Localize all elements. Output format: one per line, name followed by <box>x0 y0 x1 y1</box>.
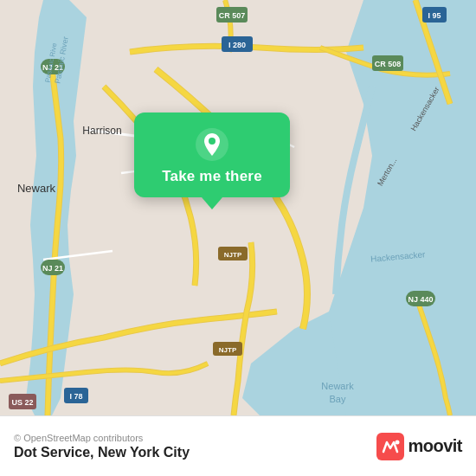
svg-text:Bay: Bay <box>330 394 346 404</box>
location-pin-icon <box>196 128 228 161</box>
bottom-bar: © OpenStreetMap contributors Dot Service… <box>0 415 476 476</box>
map-background: I 280 CR 507 CR 508 I 95 NJ 21 NJ 21 I 7… <box>0 0 476 415</box>
svg-text:I 95: I 95 <box>428 11 441 20</box>
moovit-label: moovit <box>408 436 462 456</box>
svg-text:Newark: Newark <box>321 381 354 391</box>
svg-text:CR 508: CR 508 <box>375 60 402 68</box>
map-container[interactable]: I 280 CR 507 CR 508 I 95 NJ 21 NJ 21 I 7… <box>0 0 476 415</box>
svg-point-36 <box>209 138 215 145</box>
attribution-text: © OpenStreetMap contributors <box>14 433 190 443</box>
svg-text:I 78: I 78 <box>69 392 82 401</box>
svg-text:US 22: US 22 <box>11 398 33 407</box>
popup-label: Take me there <box>162 168 262 185</box>
bottom-info: © OpenStreetMap contributors Dot Service… <box>14 433 190 460</box>
svg-text:CR 507: CR 507 <box>219 11 246 20</box>
svg-text:I 280: I 280 <box>228 41 246 49</box>
svg-text:Newark: Newark <box>17 182 56 195</box>
map-popup[interactable]: Take me there <box>134 113 290 197</box>
svg-point-38 <box>396 440 400 444</box>
svg-text:NJ 440: NJ 440 <box>408 295 433 304</box>
svg-text:NJTP: NJTP <box>224 251 242 259</box>
svg-text:Harrison: Harrison <box>82 125 121 137</box>
moovit-logo: moovit <box>376 433 462 460</box>
svg-text:NJ 21: NJ 21 <box>42 264 63 273</box>
svg-text:NJTP: NJTP <box>219 346 237 354</box>
moovit-icon <box>376 433 404 460</box>
location-title: Dot Service, New York City <box>14 445 190 460</box>
